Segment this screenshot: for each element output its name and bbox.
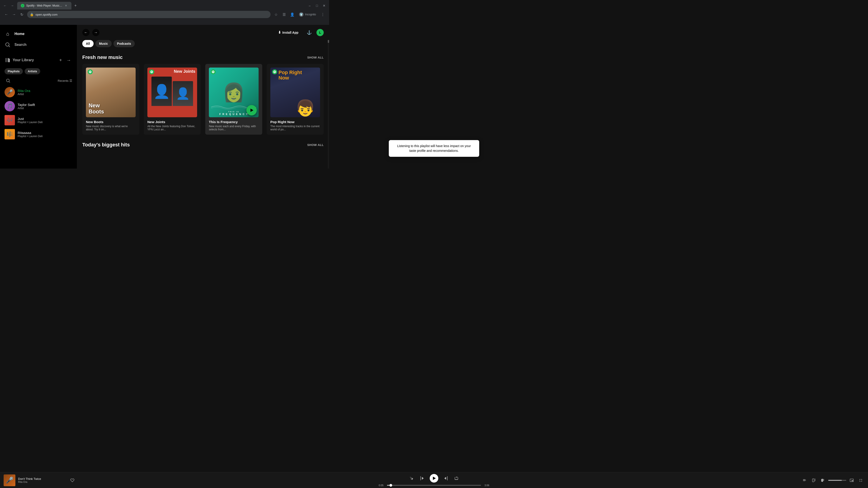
library-title: Your Library bbox=[13, 58, 34, 62]
maximize-btn[interactable]: □ bbox=[314, 2, 320, 9]
card-new-joints[interactable]: 👤 👤 New Joints New Joints bbox=[144, 64, 201, 135]
sidebar-item-search[interactable]: Search bbox=[4, 39, 72, 50]
search-icon bbox=[4, 41, 11, 48]
card-this-is-frequency[interactable]: 👩 THIS IS F R E Q U E N C Y bbox=[205, 64, 262, 135]
play-frequency-btn[interactable] bbox=[246, 105, 257, 116]
todays-biggest-title: Today's biggest hits bbox=[82, 142, 130, 148]
taylor-swift-avatar: 🎵 bbox=[4, 101, 15, 111]
library-item-taylor-swift[interactable]: 🎵 Taylor Swift Artist bbox=[3, 99, 74, 113]
fresh-music-show-all[interactable]: Show all bbox=[307, 56, 324, 59]
profile-btn[interactable]: 👤 bbox=[289, 11, 296, 18]
new-tab-btn[interactable]: + bbox=[72, 2, 79, 9]
browser-back-btn[interactable]: ← bbox=[3, 11, 10, 18]
library-item-ritaaaaa[interactable]: 🎼 Ritaaaaa Playlist • Lauren Deli bbox=[3, 127, 74, 141]
search-label: Search bbox=[14, 43, 26, 47]
tab-back-btn[interactable]: ← bbox=[2, 2, 8, 9]
pop-right-now-title: Pop Right Now bbox=[270, 120, 320, 124]
tab-forward-btn[interactable]: → bbox=[9, 2, 16, 9]
new-joints-title: New Joints bbox=[147, 120, 197, 124]
incognito-badge: 👕 Incognito bbox=[297, 11, 318, 18]
install-app-btn[interactable]: ⬇ Install App bbox=[274, 29, 302, 36]
new-boots-img: NewBoots bbox=[86, 68, 135, 117]
new-joints-desc: All the New Joints featuring Don Toliver… bbox=[147, 125, 197, 131]
sidebar-top: ⌂ Home Search bbox=[0, 25, 77, 54]
forward-btn[interactable]: → bbox=[92, 29, 99, 36]
rita-ora-sub: Artist bbox=[18, 93, 72, 96]
main-content: ← → ⬇ Install App ⚓ L All Music Podcasts… bbox=[77, 25, 329, 168]
expand-library-btn[interactable]: → bbox=[65, 57, 72, 64]
playlists-chip[interactable]: Playlists bbox=[4, 68, 23, 74]
spotify-badge-new-joints bbox=[149, 69, 154, 74]
fresh-music-header: Fresh new music Show all bbox=[82, 55, 324, 60]
install-app-label: Install App bbox=[282, 31, 298, 34]
pop-right-now-img: Pop RightNow 👦 bbox=[270, 68, 320, 117]
library-item-rita-ora[interactable]: 🎤 Rita Ora Artist bbox=[3, 85, 74, 99]
just-name: Just bbox=[18, 117, 72, 121]
library-icon bbox=[4, 57, 11, 63]
fresh-music-title: Fresh new music bbox=[82, 55, 123, 60]
minimize-btn[interactable]: – bbox=[307, 2, 313, 9]
taylor-swift-info: Taylor Swift Artist bbox=[18, 103, 72, 110]
browser-chrome: ← → ♪ Spotify - Web Player: Music fo... … bbox=[0, 0, 329, 25]
library-title-group[interactable]: Your Library bbox=[4, 57, 55, 63]
ritaaaaa-img: 🎼 bbox=[4, 129, 15, 139]
address-bar: ← → ↻ 🔒 open.spotify.com ☆ ☰ 👤 👕 Incogni… bbox=[0, 9, 329, 20]
library-header: Your Library + → bbox=[3, 54, 74, 66]
sidebar-library: Your Library + → Playlists Artists Recen… bbox=[0, 54, 77, 168]
list-icon: ☰ bbox=[69, 79, 72, 83]
extension-btn[interactable]: ☰ bbox=[281, 11, 288, 18]
back-btn[interactable]: ← bbox=[82, 29, 90, 36]
library-search-btn[interactable] bbox=[4, 77, 12, 84]
browser-actions: ☆ ☰ 👤 👕 Incognito ⋮ bbox=[272, 11, 327, 18]
todays-biggest-show-all[interactable]: Show all bbox=[307, 143, 324, 147]
sidebar: ⌂ Home Search Your Library + bbox=[0, 25, 77, 168]
ritaaaaa-name: Ritaaaaa bbox=[18, 131, 72, 135]
artists-chip[interactable]: Artists bbox=[25, 68, 40, 74]
rita-ora-info: Rita Ora Artist bbox=[18, 89, 72, 96]
rita-ora-name: Rita Ora bbox=[18, 89, 72, 93]
ritaaaaa-info: Ritaaaaa Playlist • Lauren Deli bbox=[18, 131, 72, 138]
spotify-badge-new-boots bbox=[88, 69, 93, 74]
add-library-btn[interactable]: + bbox=[57, 57, 64, 64]
close-btn[interactable]: ✕ bbox=[321, 2, 327, 9]
url-text: open.spotify.com bbox=[35, 13, 57, 16]
tab-favicon: ♪ bbox=[21, 4, 24, 7]
menu-btn[interactable]: ⋮ bbox=[319, 11, 327, 18]
browser-tab[interactable]: ♪ Spotify - Web Player: Music fo... ✕ bbox=[17, 2, 71, 9]
bookmark-btn[interactable]: ☆ bbox=[272, 11, 280, 18]
filter-chips: Playlists Artists bbox=[3, 66, 74, 76]
new-joints-label: New Joints bbox=[174, 69, 195, 74]
install-icon: ⬇ bbox=[278, 30, 281, 35]
pop-right-now-desc: The most interesting tracks in the curre… bbox=[270, 125, 320, 131]
url-bar[interactable]: 🔒 open.spotify.com bbox=[27, 11, 271, 18]
card-new-boots[interactable]: NewBoots New Boots New music discovery i… bbox=[82, 64, 139, 135]
notifications-btn[interactable]: ⚓ bbox=[306, 29, 313, 36]
filter-tabs: All Music Podcasts bbox=[77, 40, 329, 51]
tab-back-forward: ← → bbox=[2, 2, 16, 9]
library-item-just[interactable]: 🎶 Just Playlist • Lauren Deli bbox=[3, 113, 74, 127]
todays-biggest-header: Today's biggest hits Show all bbox=[82, 142, 324, 148]
frequency-title: This Is Frequency bbox=[209, 120, 258, 124]
spotify-badge-pop bbox=[272, 69, 277, 74]
filter-tab-all[interactable]: All bbox=[82, 40, 94, 47]
taylor-swift-name: Taylor Swift bbox=[18, 103, 72, 107]
lock-icon: 🔒 bbox=[30, 13, 34, 16]
ritaaaaa-sub: Playlist • Lauren Deli bbox=[18, 135, 72, 138]
browser-forward-btn[interactable]: → bbox=[10, 11, 18, 18]
scroll-track[interactable] bbox=[328, 25, 329, 168]
recents-label[interactable]: Recents ☰ bbox=[58, 79, 72, 83]
browser-nav-btns: ← → ↻ bbox=[3, 11, 25, 18]
home-icon: ⌂ bbox=[4, 31, 11, 37]
filter-tab-music[interactable]: Music bbox=[95, 40, 112, 47]
card-pop-right-now[interactable]: Pop RightNow 👦 Pop Right Now The most in… bbox=[267, 64, 324, 135]
taylor-swift-sub: Artist bbox=[18, 107, 72, 110]
tab-close-btn[interactable]: ✕ bbox=[64, 4, 68, 7]
pop-right-now-label: Pop RightNow bbox=[278, 70, 302, 80]
sidebar-item-home[interactable]: ⌂ Home bbox=[4, 29, 72, 39]
user-avatar[interactable]: L bbox=[316, 29, 324, 36]
filter-tab-podcasts[interactable]: Podcasts bbox=[114, 40, 135, 47]
tab-bar: ← → ♪ Spotify - Web Player: Music fo... … bbox=[0, 0, 329, 9]
browser-reload-btn[interactable]: ↻ bbox=[18, 11, 25, 18]
just-info: Just Playlist • Lauren Deli bbox=[18, 117, 72, 124]
frequency-desc: New music each and every Friday, with se… bbox=[209, 125, 258, 131]
